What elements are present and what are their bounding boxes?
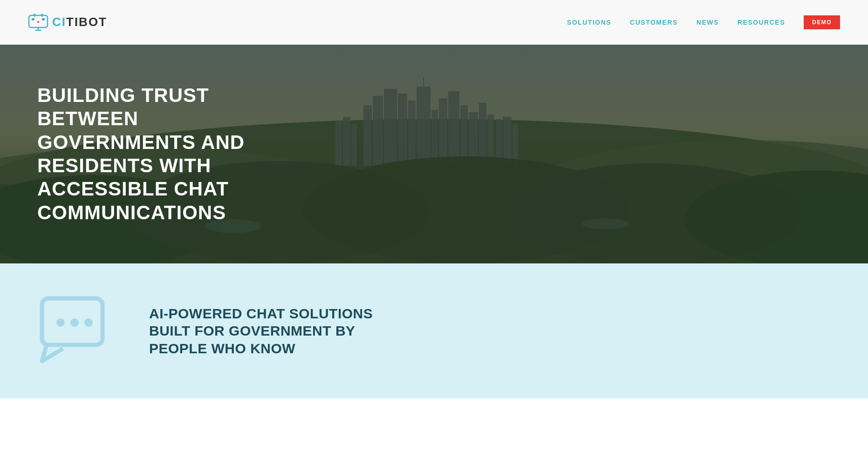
svg-point-45: [84, 318, 93, 327]
nav-solutions[interactable]: SOLUTIONS: [567, 19, 611, 26]
site-header: CITIBOT SOLUTIONS CUSTOMERS NEWS RESOURC…: [0, 0, 868, 45]
svg-point-6: [34, 13, 36, 16]
hero-section: BUILDING TRUST BETWEEN GOVERNMENTS AND R…: [0, 45, 868, 263]
svg-point-44: [70, 318, 79, 327]
info-section: AI-POWERED CHAT SOLUTIONS BUILT FOR GOVE…: [0, 263, 868, 398]
chat-icon-large: [37, 294, 112, 368]
hero-title: BUILDING TRUST BETWEEN GOVERNMENTS AND R…: [37, 84, 289, 224]
hero-content: BUILDING TRUST BETWEEN GOVERNMENTS AND R…: [0, 84, 326, 224]
svg-rect-2: [42, 18, 45, 20]
svg-point-3: [37, 21, 39, 23]
chat-bubble-icon: [37, 294, 112, 368]
nav-resources[interactable]: RESOURCES: [738, 19, 785, 26]
logo-icon: [28, 13, 48, 31]
demo-button[interactable]: DEMO: [804, 15, 840, 29]
svg-point-7: [41, 13, 43, 16]
nav-customers[interactable]: CUSTOMERS: [630, 19, 678, 26]
svg-rect-1: [32, 18, 34, 20]
info-text-block: AI-POWERED CHAT SOLUTIONS BUILT FOR GOVE…: [149, 305, 831, 357]
logo-wordmark: CITIBOT: [52, 15, 107, 29]
nav-news[interactable]: NEWS: [697, 19, 719, 26]
svg-point-43: [56, 318, 65, 327]
logo[interactable]: CITIBOT: [28, 13, 107, 31]
info-heading: AI-POWERED CHAT SOLUTIONS BUILT FOR GOVE…: [149, 305, 831, 357]
main-nav: SOLUTIONS CUSTOMERS NEWS RESOURCES DEMO: [567, 15, 840, 29]
